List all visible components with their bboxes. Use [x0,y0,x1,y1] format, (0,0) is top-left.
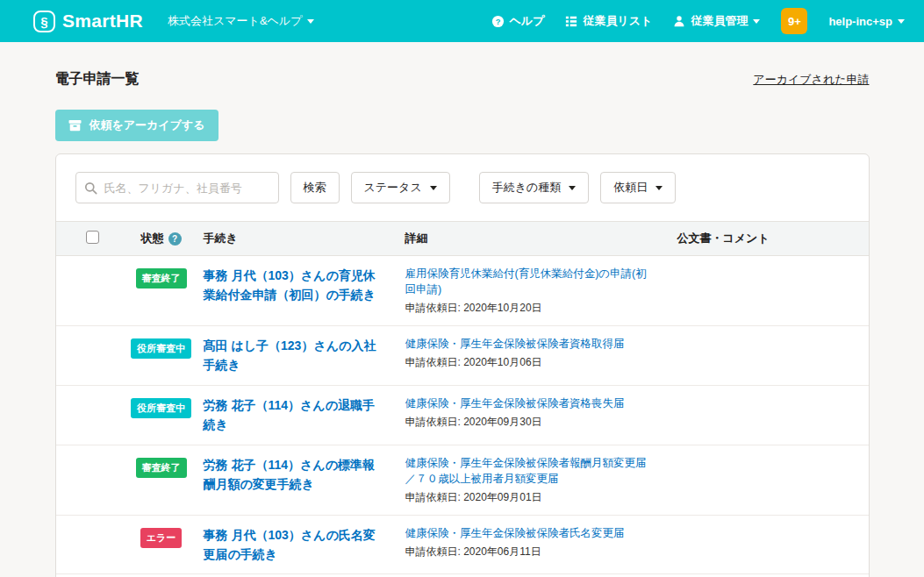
request-date-filter-label: 依頼日 [613,180,648,196]
help-button-label: ヘルプ [510,13,545,29]
procedure-type-filter-dropdown[interactable]: 手続きの種類 [479,172,590,203]
detail-link[interactable]: 健康保険・厚生年金保険被保険者資格取得届 [405,336,656,352]
table-row: 役所審査中 労務 花子（114）さんの退職手続き 健康保険・厚生年金保険被保険者… [56,386,869,445]
detail-link[interactable]: 健康保険・厚生年金保険被保険者氏名変更届 [405,525,656,541]
status-badge: 審査終了 [136,458,187,478]
procedure-cell: 事務 月代（103）さんの氏名変更届の手続き [204,525,405,565]
procedure-column-header: 手続き [204,231,405,246]
procedure-link[interactable]: 労務 花子（114）さんの標準報酬月額の変更手続き [204,458,375,491]
page-title: 電子申請一覧 [55,70,140,89]
company-selector-label: 株式会社スマート&ヘルプ [168,13,303,29]
detail-cell: 健康保険・厚生年金保険被保険者資格喪失届 申請依頼日: 2020年09月30日 [405,395,677,430]
detail-cell: 健康保険・厚生年金保険被保険者氏名変更届 申請依頼日: 2020年06月11日 [405,525,677,559]
status-help-icon[interactable]: ? [168,232,182,246]
employee-list-label: 従業員リスト [583,13,652,29]
archive-requests-button[interactable]: 依頼をアーカイブする [55,110,218,141]
help-button[interactable]: ? ヘルプ [491,13,545,29]
chevron-down-icon [753,19,760,27]
svg-text:?: ? [495,17,500,25]
filter-bar: 検索 ステータス 手続きの種類 依頼日 [56,154,869,221]
account-menu[interactable]: help-inc+sp [828,15,905,28]
status-filter-dropdown[interactable]: ステータス [351,172,450,203]
status-column-header: 状態 ? [119,231,204,246]
employee-list-button[interactable]: 従業員リスト [565,13,652,29]
procedure-cell: 労務 花子（114）さんの退職手続き [204,395,405,435]
list-icon [565,15,577,27]
header-left: § SmartHR 株式会社スマート&ヘルプ [33,11,314,32]
procedure-type-filter-label: 手続きの種類 [492,180,562,196]
search-input[interactable] [75,172,279,203]
status-badge: 役所審査中 [131,338,191,359]
header-right: ? ヘルプ 従業員リスト 従業員管理 9+ help-inc+sp [470,8,905,34]
search-box [75,172,279,203]
detail-cell: 雇用保険育児休業給付(育児休業給付金)の申請(初回申請) 申請依頼日: 2020… [405,266,677,316]
chevron-down-icon [655,186,663,194]
archive-requests-label: 依頼をアーカイブする [90,118,205,133]
employee-admin-menu[interactable]: 従業員管理 [673,13,760,29]
documents-column-header: 公文書・コメント [677,231,849,246]
table-body: 審査終了 事務 月代（103）さんの育児休業給付金申請（初回）の手続き 雇用保険… [56,256,869,577]
table-row: 審査終了 事務 月代（103）さんの育児休業給付金申請（初回）の手続き 雇用保険… [56,256,869,326]
detail-column-header: 詳細 [405,231,677,246]
employee-admin-label: 従業員管理 [691,13,748,29]
status-badge: 審査終了 [136,268,187,288]
procedure-link[interactable]: 事務 月代（103）さんの育児休業給付金申請（初回）の手続き [204,268,376,302]
procedure-cell: 事務 月代（103）さんの育児休業給付金申請（初回）の手続き [204,266,405,305]
search-button[interactable]: 検索 [290,172,340,203]
request-date-text: 申請依頼日: 2020年10月20日 [405,301,656,316]
applications-card: 検索 ステータス 手続きの種類 依頼日 状態 ? 手続き 詳細 [55,153,870,577]
chevron-down-icon [898,19,905,27]
status-cell: 審査終了 [119,455,204,478]
chevron-down-icon [430,186,437,194]
company-selector[interactable]: 株式会社スマート&ヘルプ [168,13,315,29]
brand-name: SmartHR [62,11,143,32]
status-filter-label: ステータス [364,180,422,196]
request-date-filter-dropdown[interactable]: 依頼日 [600,172,676,203]
main-content: 電子申請一覧 アーカイブされた申請 依頼をアーカイブする 検索 ステータス 手続… [55,42,870,577]
search-icon [84,182,97,195]
detail-link[interactable]: 雇用保険育児休業給付(育児休業給付金)の申請(初回申請) [405,266,656,297]
archive-box-icon [68,119,82,132]
status-badge: 役所審査中 [131,398,191,418]
chevron-down-icon [569,186,576,194]
app-header: § SmartHR 株式会社スマート&ヘルプ ? ヘルプ 従業員リスト 従業員管… [0,0,924,42]
request-date-text: 申請依頼日: 2020年09月01日 [405,490,656,505]
page-head: 電子申請一覧 アーカイブされた申請 [55,70,870,89]
request-date-text: 申請依頼日: 2020年06月11日 [405,545,656,559]
status-badge: エラー [140,528,183,548]
status-cell: 審査終了 [119,266,204,288]
status-header-label: 状態 [141,231,164,246]
procedure-link[interactable]: 事務 月代（103）さんの氏名変更届の手続き [204,528,376,561]
detail-link[interactable]: 健康保険・厚生年金保険被保険者資格喪失届 [405,395,656,411]
person-icon [673,15,685,27]
procedure-link[interactable]: 労務 花子（114）さんの退職手続き [204,398,375,431]
select-all-cell [75,231,119,246]
table-row: エラー 事務 月代（103）さんの氏名変更届の手続き 健康保険・厚生年金保険被保… [56,516,869,575]
account-label: help-inc+sp [828,15,892,28]
table-row: 役所審査中 髙田 はし子（123）さんの入社手続き 健康保険・厚生年金保険被保険… [56,326,869,386]
request-date-text: 申請依頼日: 2020年09月30日 [405,415,656,430]
status-cell: 役所審査中 [119,336,204,359]
archived-applications-link[interactable]: アーカイブされた申請 [753,72,869,88]
smarthr-logo-icon: § [33,11,55,32]
detail-link[interactable]: 健康保険・厚生年金保険被保険者報酬月額変更届／７０歳以上被用者月額変更届 [405,455,656,487]
procedure-cell: 髙田 はし子（123）さんの入社手続き [204,336,405,375]
notification-badge[interactable]: 9+ [781,8,807,34]
status-cell: エラー [119,525,204,548]
table-row: 審査終了 労務 花子（114）さんの標準報酬月額の変更手続き 健康保険・厚生年金… [56,445,869,516]
request-date-text: 申請依頼日: 2020年10月06日 [405,355,656,370]
chevron-down-icon [307,19,314,27]
detail-cell: 健康保険・厚生年金保険被保険者報酬月額変更届／７０歳以上被用者月額変更届 申請依… [405,455,677,505]
procedure-link[interactable]: 髙田 はし子（123）さんの入社手続き [204,338,376,372]
help-icon: ? [491,15,505,28]
detail-cell: 健康保険・厚生年金保険被保険者資格取得届 申請依頼日: 2020年10月06日 [405,336,677,370]
table-header-row: 状態 ? 手続き 詳細 公文書・コメント [56,221,869,256]
select-all-checkbox[interactable] [86,231,99,244]
status-cell: 役所審査中 [119,395,204,418]
procedure-cell: 労務 花子（114）さんの標準報酬月額の変更手続き [204,455,405,495]
